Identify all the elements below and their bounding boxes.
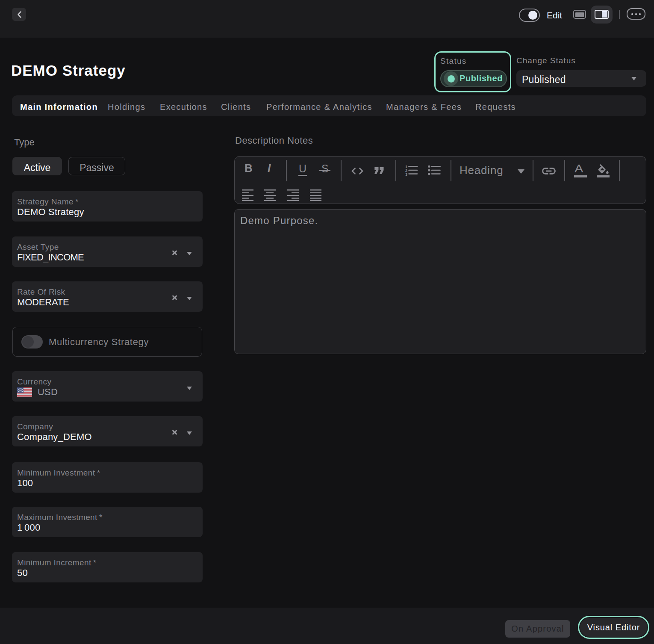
svg-text:3: 3	[405, 172, 407, 176]
